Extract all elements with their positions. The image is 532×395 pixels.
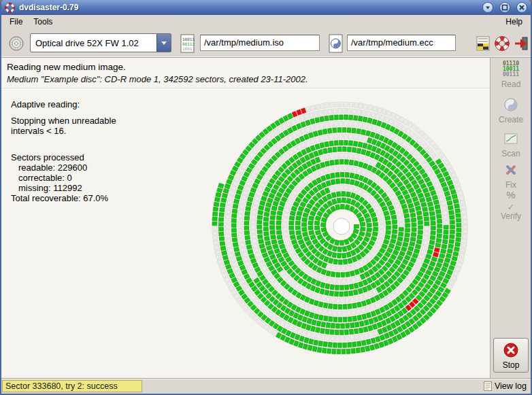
- scan-chart-icon: [493, 130, 529, 148]
- create-button[interactable]: Create: [493, 96, 529, 124]
- spacer: [11, 136, 116, 152]
- stop-icon: [494, 341, 528, 359]
- fix-button[interactable]: Fix: [493, 161, 529, 190]
- close-icon: [518, 3, 526, 12]
- adaptive-reading-title: Adaptive reading:: [11, 99, 116, 109]
- spacer: [11, 109, 116, 116]
- drive-select-arrow-button[interactable]: [156, 34, 171, 52]
- drive-select[interactable]: Optical drive 52X FW 1.02: [30, 33, 171, 52]
- menu-file[interactable]: File: [4, 16, 28, 28]
- total-recoverable: Total recoverable: 67.0%: [11, 193, 116, 203]
- binary-row: 00111: [503, 72, 519, 78]
- image-file-icon: 10011 00111 10011: [180, 34, 195, 53]
- create-icon: [493, 96, 529, 114]
- medium-info: Medium "Example disc": CD-R mode 1, 3425…: [7, 74, 308, 84]
- read-button-label: Read: [493, 80, 529, 89]
- preferences-icon: [476, 36, 490, 51]
- close-button[interactable]: [516, 2, 527, 13]
- drive-select-value: Optical drive 52X FW 1.02: [31, 38, 156, 48]
- preferences-button[interactable]: [475, 34, 491, 53]
- help-button[interactable]: [494, 34, 510, 53]
- log-page-icon: [484, 381, 492, 391]
- read-button[interactable]: 01110 10011 00111 Read: [493, 61, 529, 89]
- sector-spiral-wrap: [158, 90, 490, 378]
- iso-file-icon-wrap: 10011 00111 10011: [178, 33, 196, 54]
- main-panel: Adaptive reading: Stopping when unreadab…: [1, 88, 490, 378]
- verify-percent-icon: %✓: [493, 192, 529, 210]
- binary-row: 00111: [182, 41, 195, 46]
- minimize-icon: [484, 3, 492, 12]
- stop-button[interactable]: Stop: [493, 338, 529, 373]
- titlebar[interactable]: dvdisaster-0.79: [1, 0, 531, 15]
- exit-door-icon: [514, 36, 529, 51]
- readable-count: readable: 229600: [11, 162, 116, 173]
- menu-tools[interactable]: Tools: [28, 16, 58, 28]
- iso-path-input[interactable]: /var/tmp/medium.iso: [200, 35, 320, 51]
- read-binary-icon: 01110 10011 00111: [493, 61, 529, 78]
- quit-button[interactable]: [513, 34, 529, 53]
- correctable-count: correctable: 0: [11, 173, 116, 183]
- stopping-line1: Stopping when unreadable: [11, 116, 116, 126]
- chevron-down-icon: [161, 41, 167, 45]
- app-window: dvdisaster-0.79 File Tools Help Optical …: [0, 0, 532, 395]
- drive-icon: [8, 35, 24, 52]
- window-title: dvdisaster-0.79: [19, 3, 78, 12]
- reading-info-panel: Adaptive reading: Stopping when unreadab…: [11, 99, 116, 203]
- binary-row: 10011: [182, 37, 195, 41]
- lifebelt-help-icon: [495, 36, 510, 51]
- statusbar: Sector 333680, try 2: success View log: [1, 378, 531, 392]
- action-sidebar: 01110 10011 00111 Read Create: [490, 58, 531, 378]
- missing-count: missing: 112992: [11, 183, 116, 193]
- fix-button-label: Fix: [493, 180, 529, 190]
- minimize-button[interactable]: [482, 2, 493, 13]
- drive-button[interactable]: [7, 34, 26, 53]
- stop-button-label: Stop: [494, 360, 528, 370]
- ecc-file-icon-wrap: [327, 33, 344, 54]
- view-log-button[interactable]: View log: [484, 380, 527, 392]
- maximize-icon: [501, 3, 509, 12]
- stopping-line2: intervals < 16.: [11, 126, 116, 136]
- ecc-path-input[interactable]: /var/tmp/medium.ecc: [347, 35, 456, 51]
- app-icon: [5, 3, 15, 13]
- menubar: File Tools Help: [1, 15, 531, 29]
- create-button-label: Create: [493, 115, 529, 124]
- fix-tools-icon: [493, 161, 529, 179]
- view-log-label: View log: [495, 381, 527, 391]
- scan-button[interactable]: Scan: [493, 130, 529, 158]
- verify-button[interactable]: %✓ Verify: [493, 192, 529, 221]
- status-message: Sector 333680, try 2: success: [2, 380, 142, 392]
- sectors-processed-title: Sectors processed: [11, 152, 116, 162]
- sector-spiral: [158, 90, 490, 378]
- maximize-button[interactable]: [499, 2, 510, 13]
- toolbar: Optical drive 52X FW 1.02 10011 00111 10…: [1, 29, 531, 58]
- percent-glyph: %: [506, 189, 515, 201]
- binary-row: 10011: [182, 46, 195, 51]
- ecc-file-icon: [329, 34, 343, 53]
- scan-button-label: Scan: [493, 149, 529, 158]
- status-header: Reading new medium image. Medium "Exampl…: [1, 58, 490, 88]
- check-glyph: ✓: [508, 201, 515, 213]
- operation-title: Reading new medium image.: [7, 62, 126, 72]
- menu-help[interactable]: Help: [500, 16, 528, 28]
